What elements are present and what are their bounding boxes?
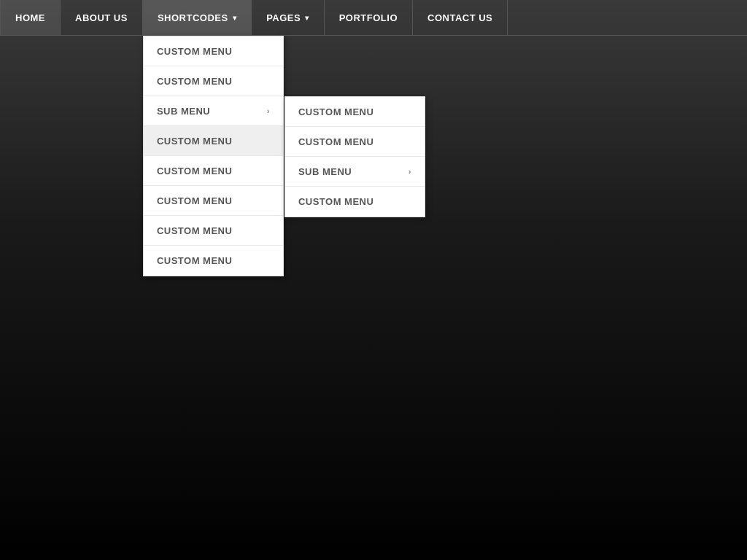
shortcodes-dropdown: Custom Menu Custom Menu Sub Menu › Custo… [143,36,284,276]
sub-dropdown-container: Custom Menu Custom Menu Sub Menu › Custo… [285,96,425,217]
sub-menu-item-2[interactable]: Custom Menu [285,127,425,157]
nav-label-home: HOME [15,12,45,23]
nav-label-shortcodes: SHORTCODES [158,12,228,23]
nav-label-contact-us: CONTACT US [427,12,492,23]
shortcodes-menu-item-4[interactable]: Custom Menu [144,156,283,186]
shortcodes-menu-item-3[interactable]: Custom Menu [144,126,283,156]
shortcodes-menu-item-6[interactable]: Custom Menu [144,216,283,246]
sub-dropdown-menu: Custom Menu Custom Menu Sub Menu › Custo… [285,96,425,217]
nav-label-pages: PAGES [266,12,301,23]
nav-item-pages[interactable]: PAGES ▾ [252,0,325,35]
nav-label-about-us: ABOUT US [75,12,128,23]
submenu-arrow-icon: › [267,106,270,115]
sub-menu-item-3[interactable]: Custom Menu [285,187,425,217]
shortcodes-dropdown-arrow: ▾ [233,14,237,22]
shortcodes-menu-item-7[interactable]: Custom Menu [144,246,283,276]
nav-item-shortcodes[interactable]: SHORTCODES ▾ Custom Menu Custom Menu Sub… [143,0,252,35]
shortcodes-dropdown-menu: Custom Menu Custom Menu Sub Menu › Custo… [143,36,284,276]
shortcodes-menu-item-1[interactable]: Custom Menu [144,36,283,66]
sub-submenu-arrow-icon: › [409,167,411,176]
nav-item-home[interactable]: HOME [0,0,61,35]
sub-menu-item-1[interactable]: Custom Menu [285,97,425,127]
shortcodes-menu-item-2[interactable]: Custom Menu [144,66,283,96]
sub-menu-item-submenu[interactable]: Sub Menu › [285,157,425,187]
nav-item-contact-us[interactable]: CONTACT US [413,0,508,35]
shortcodes-menu-item-5[interactable]: Custom Menu [144,186,283,216]
nav-label-portfolio: PORTFOLIO [339,12,398,23]
nav-item-about-us[interactable]: ABOUT US [61,0,143,35]
nav-item-portfolio[interactable]: PORTFOLIO [325,0,413,35]
navbar: HOME ABOUT US SHORTCODES ▾ Custom Menu C… [0,0,747,36]
pages-dropdown-arrow: ▾ [305,14,309,22]
shortcodes-menu-item-submenu[interactable]: Sub Menu › Custom Menu Custom Menu [144,96,283,126]
